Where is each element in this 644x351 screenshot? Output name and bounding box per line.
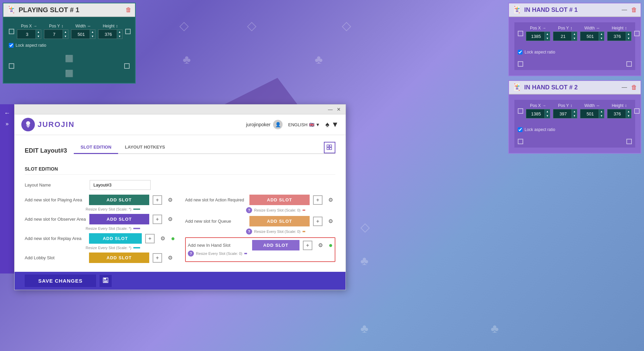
height-up[interactable]: ▲ [117,30,122,34]
user-avatar[interactable]: 👤 [273,120,283,129]
height-group: Height ↕ ▲ ▼ [98,24,123,39]
playing-slot-title: PLAYING SLOT # 1 [19,6,123,14]
add-inhand-gear-btn[interactable]: ⚙ [316,241,325,250]
in-hand-2-lock-checkbox[interactable] [518,127,523,132]
add-action-plus-btn[interactable]: + [313,195,323,205]
pos-x-down[interactable]: ▼ [36,34,41,39]
in-hand-1-pos-x-down[interactable]: ▼ [545,36,550,41]
in-hand-1-pos-y-label: Pos Y ↕ [558,26,572,30]
add-inhand-plus-btn[interactable]: + [303,241,312,250]
in-hand-1-bottom-left[interactable] [518,61,523,67]
add-replay-plus-btn[interactable]: + [145,234,155,243]
in-hand-2-resize-right[interactable] [634,108,640,114]
resize-handle-right[interactable] [125,29,131,34]
save-changes-btn[interactable]: SAVE CHANGES [25,275,96,287]
minimize-btn[interactable]: — [326,106,335,113]
in-hand-1-pos-x-up[interactable]: ▲ [545,32,550,36]
in-hand-2-pos-y-up[interactable]: ▲ [572,109,577,114]
in-hand-2-bottom-right[interactable] [626,139,632,144]
tab-layout-hotkeys[interactable]: LAYOUT HOTKEYS [118,142,172,154]
grid-view-btn[interactable] [324,142,335,153]
in-hand-2-minimize-btn[interactable]: — [622,84,627,90]
in-hand-slot-1-header: 🃏 IN HAND SLOT # 1 — 🗑 [509,3,641,17]
in-hand-1-bottom-right[interactable] [626,61,632,67]
add-playing-btn[interactable]: ADD SLOT [89,195,149,205]
in-hand-slot-2-header: 🃏 IN HAND SLOT # 2 — 🗑 [509,81,641,94]
in-hand-1-delete-btn[interactable]: 🗑 [631,6,637,14]
add-observer-plus-btn[interactable]: + [153,215,162,224]
add-queue-gear-btn[interactable]: ⚙ [326,217,335,226]
in-hand-1-resize-left[interactable] [518,31,523,36]
sidebar-back-btn[interactable]: ← [4,110,10,117]
add-lobby-plus-btn[interactable]: + [153,253,162,263]
in-hand-2-pos-x-up[interactable]: ▲ [545,109,550,114]
add-observer-gear-btn[interactable]: ⚙ [165,215,175,224]
logo-icon [21,118,35,131]
pos-y-down[interactable]: ▼ [63,34,68,39]
in-hand-2-width-up[interactable]: ▲ [599,109,604,114]
add-playing-gear-btn[interactable]: ⚙ [165,195,175,205]
tab-slot-edition[interactable]: SLOT EDITION [74,142,118,154]
add-playing-plus-btn[interactable]: + [153,195,162,205]
save-icon-btn[interactable] [99,275,112,287]
add-lobby-btn[interactable]: ADD SLOT [89,253,149,263]
width-down[interactable]: ▼ [90,34,95,39]
resize-handle-left[interactable] [9,29,14,34]
in-hand-2-pos-x-wrap: ▲ ▼ [526,109,550,118]
height-down[interactable]: ▼ [117,34,122,39]
in-hand-2-width-down[interactable]: ▼ [599,114,604,118]
in-hand-2-bottom-left[interactable] [518,139,523,144]
in-hand-2-height-wrap: ▲ ▼ [607,109,631,118]
layout-name-input[interactable] [90,180,151,190]
in-hand-1-lock-checkbox[interactable] [518,50,523,54]
in-hand-1-width-down[interactable]: ▼ [599,36,604,41]
add-inhand-btn[interactable]: ADD SLOT [252,240,299,250]
in-hand-1-height-down[interactable]: ▼ [626,36,631,41]
pos-x-up[interactable]: ▲ [36,30,41,34]
lobby-slot-row: Add Lobby Slot ADD SLOT + ⚙ [25,253,175,263]
height-label: Height ↕ [103,24,118,28]
suit-selector[interactable]: ♠ ▼ [325,120,339,129]
in-hand-2-pos-y-down[interactable]: ▼ [572,114,577,118]
queue-question-icon[interactable]: ? [246,228,252,235]
app-footer: SAVE CHANGES [15,272,346,290]
in-hand-2-pos-x-down[interactable]: ▼ [545,114,550,118]
resize-handle-bottom-left[interactable] [9,63,14,69]
replay-check-icon: ● [171,235,175,242]
add-lobby-gear-btn[interactable]: ⚙ [165,253,175,263]
lang-chevron-icon: ▼ [316,122,320,127]
add-queue-plus-btn[interactable]: + [313,217,323,226]
in-hand-1-pos-x-label: Pos X → [530,26,546,30]
width-up[interactable]: ▲ [90,30,95,34]
in-hand-2-resize-left[interactable] [518,108,523,114]
add-replay-gear-btn[interactable]: ⚙ [158,234,168,243]
in-hand-1-pos-y-down[interactable]: ▼ [572,36,577,41]
in-hand-1-pos-y-up[interactable]: ▲ [572,32,577,36]
deco-club-3: ♣ [360,254,369,268]
add-replay-btn[interactable]: ADD SLOT [89,233,142,244]
in-hand-1-height-up[interactable]: ▲ [626,32,631,36]
inhand-question-icon[interactable]: ? [188,250,194,257]
add-queue-btn[interactable]: ADD SLOT [249,216,310,226]
in-hand-1-resize-right[interactable] [634,31,640,36]
action-question-icon[interactable]: ? [246,207,252,213]
close-btn[interactable]: ✕ [335,106,343,113]
in-hand-1-minimize-btn[interactable]: — [622,7,627,13]
resize-handle-bottom-right[interactable] [124,63,130,69]
in-hand-2-delete-btn[interactable]: 🗑 [631,84,637,91]
lock-aspect-label: Lock aspect ratio [16,43,46,48]
playing-slot-delete-btn[interactable]: 🗑 [126,6,132,14]
lock-aspect-checkbox[interactable] [9,43,14,48]
in-hand-1-width-up[interactable]: ▲ [599,32,604,36]
add-observer-btn[interactable]: ADD SLOT [89,214,149,224]
in-hand-2-height-down[interactable]: ▼ [626,114,631,118]
add-action-btn[interactable]: ADD SLOT [249,195,310,205]
pos-y-up[interactable]: ▲ [63,30,68,34]
sidebar-expand-btn[interactable]: » [6,121,9,127]
add-action-gear-btn[interactable]: ⚙ [326,195,335,205]
in-hand-2-width-group: Width ↔ ▲ ▼ [580,103,604,118]
in-hand-1-lock-row: Lock aspect ratio [518,50,632,54]
in-hand-1-pos-x-spin: ▲ ▼ [545,32,550,41]
lang-selector[interactable]: ENGLISH 🇬🇧 ▼ [288,122,320,127]
in-hand-2-height-up[interactable]: ▲ [626,109,631,114]
